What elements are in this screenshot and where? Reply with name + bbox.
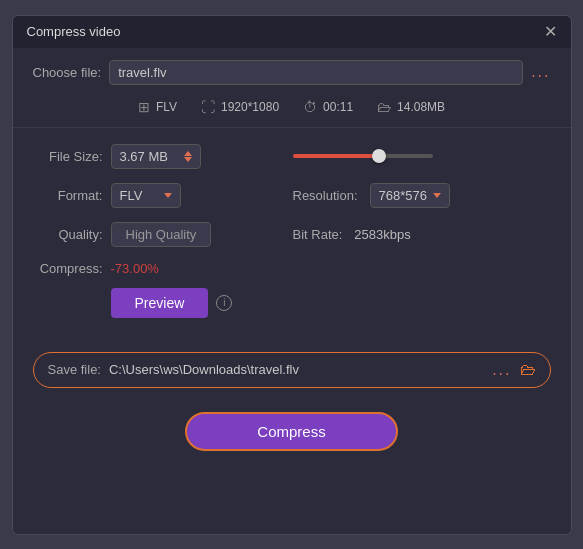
quality-bitrate-row: Quality: High Quality Bit Rate: 2583kbps bbox=[33, 222, 551, 247]
info-duration: ⏱ 00:11 bbox=[303, 99, 353, 115]
save-folder-icon[interactable]: 🗁 bbox=[520, 361, 536, 379]
compress-percent: -73.00% bbox=[111, 261, 159, 276]
format-select[interactable]: FLV bbox=[111, 183, 181, 208]
info-size: 🗁 14.08MB bbox=[377, 99, 445, 115]
bitrate-label: Bit Rate: bbox=[293, 227, 343, 242]
resolution-select[interactable]: 768*576 bbox=[370, 183, 450, 208]
format-resolution-row: Format: FLV Resolution: 768*576 bbox=[33, 183, 551, 208]
bitrate-value: 2583kbps bbox=[354, 227, 410, 242]
file-size-label: File Size: bbox=[33, 149, 103, 164]
save-file-section: Save file: ... 🗁 bbox=[33, 352, 551, 388]
close-button[interactable]: ✕ bbox=[544, 24, 557, 40]
save-dots-button[interactable]: ... bbox=[492, 361, 511, 379]
file-info-row: ⊞ FLV ⛶ 1920*1080 ⏱ 00:11 🗁 14.08MB bbox=[13, 93, 571, 128]
compress-label: Compress: bbox=[33, 261, 103, 276]
resolution-label: Resolution: bbox=[293, 188, 358, 203]
compress-percent-row: Compress: -73.00% bbox=[33, 261, 551, 276]
file-input[interactable]: travel.flv bbox=[109, 60, 523, 85]
preview-button[interactable]: Preview bbox=[111, 288, 209, 318]
title-bar: Compress video ✕ bbox=[13, 16, 571, 48]
dialog-title: Compress video bbox=[27, 24, 121, 39]
resolution-arrow-icon bbox=[433, 193, 441, 198]
format-label: Format: bbox=[33, 188, 103, 203]
file-size-row: File Size: 3.67 MB bbox=[33, 144, 551, 169]
compress-button[interactable]: Compress bbox=[185, 412, 397, 451]
choose-file-label: Choose file: bbox=[33, 65, 102, 80]
info-format: ⊞ FLV bbox=[138, 99, 177, 115]
bottom-bar: Compress bbox=[13, 402, 571, 467]
size-slider[interactable] bbox=[293, 154, 551, 158]
info-resolution: ⛶ 1920*1080 bbox=[201, 99, 279, 115]
save-file-label: Save file: bbox=[48, 362, 101, 377]
main-content: File Size: 3.67 MB bbox=[13, 128, 571, 344]
quality-label: Quality: bbox=[33, 227, 103, 242]
folder-info-icon: 🗁 bbox=[377, 99, 391, 115]
quality-value: High Quality bbox=[111, 222, 212, 247]
file-size-spinner[interactable] bbox=[184, 151, 192, 162]
file-size-input[interactable]: 3.67 MB bbox=[111, 144, 201, 169]
slider-thumb[interactable] bbox=[372, 149, 386, 163]
clock-icon: ⏱ bbox=[303, 99, 317, 115]
choose-file-dots[interactable]: ... bbox=[531, 63, 550, 81]
info-button[interactable]: i bbox=[216, 295, 232, 311]
compress-dialog: Compress video ✕ Choose file: travel.flv… bbox=[12, 15, 572, 535]
format-arrow-icon bbox=[164, 193, 172, 198]
file-row: Choose file: travel.flv ... bbox=[13, 48, 571, 93]
resize-icon: ⛶ bbox=[201, 99, 215, 115]
preview-row: Preview i bbox=[33, 288, 551, 318]
save-file-input[interactable] bbox=[109, 362, 484, 377]
film-icon: ⊞ bbox=[138, 99, 150, 115]
